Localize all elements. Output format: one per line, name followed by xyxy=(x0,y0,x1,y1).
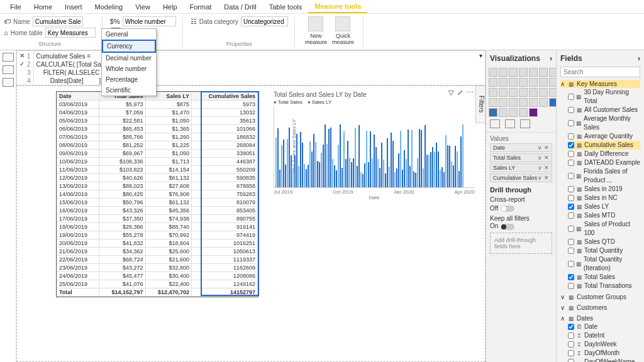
viz-type-icon[interactable] xyxy=(529,68,538,77)
tab-file[interactable]: File xyxy=(4,1,28,13)
field-item[interactable]: ΣDayOfMonth xyxy=(568,349,640,358)
field-group-header[interactable]: ∧▦Dates xyxy=(560,314,640,322)
field-item[interactable]: DayOfWeekName xyxy=(568,358,640,362)
well-item[interactable]: Sales LY∨ ✕ xyxy=(490,163,552,172)
field-checkbox[interactable] xyxy=(568,107,574,113)
tab-help[interactable]: Help xyxy=(157,1,184,13)
viz-type-icon[interactable] xyxy=(529,98,538,107)
table-row[interactable]: 11/06/2019$103,822$14,154550209 xyxy=(57,166,258,174)
cross-report-toggle[interactable] xyxy=(501,206,514,212)
viz-type-icon[interactable] xyxy=(489,78,497,87)
field-checkbox[interactable] xyxy=(568,350,574,356)
collapse-viz-icon[interactable]: › xyxy=(550,54,552,63)
field-checkbox[interactable] xyxy=(568,359,574,362)
field-checkbox[interactable] xyxy=(568,274,574,280)
report-view-icon[interactable] xyxy=(3,53,14,62)
table-row[interactable]: 03/06/2019$5,973$8755973 xyxy=(57,101,258,109)
remove-field-icon[interactable]: ∨ ✕ xyxy=(538,145,549,151)
analytics-tab-button[interactable] xyxy=(520,119,530,128)
commit-icon[interactable]: ✓ xyxy=(19,60,25,67)
well-item[interactable]: Cumulative Sales∨ ✕ xyxy=(490,173,552,182)
viz-type-icon[interactable] xyxy=(509,88,518,97)
field-group-header[interactable]: ∨▦Customer Groups xyxy=(560,293,640,301)
viz-type-icon[interactable] xyxy=(489,88,497,97)
formula-bar[interactable]: ✕✓ 1234 Cumulative Sales = CALCULATE( [T… xyxy=(16,50,486,85)
fields-tab-button[interactable] xyxy=(490,119,500,128)
tab-data-drill[interactable]: Data / Drill xyxy=(218,1,262,13)
table-row[interactable]: 20/06/2019$41,832$18,6041016251 xyxy=(57,239,258,248)
field-checkbox[interactable] xyxy=(568,160,574,166)
field-checkbox[interactable] xyxy=(568,173,574,179)
well-item[interactable]: Total Sales∨ ✕ xyxy=(490,153,552,162)
format-option-scientific[interactable]: Scientific xyxy=(102,85,156,96)
field-checkbox[interactable] xyxy=(568,94,574,100)
remove-field-icon[interactable]: ∨ ✕ xyxy=(538,175,549,181)
chart-visual[interactable]: Total Sales and Sales LY by Date Total S… xyxy=(274,91,475,204)
format-option-whole[interactable]: Whole number xyxy=(102,63,156,74)
viz-type-icon[interactable] xyxy=(509,108,518,117)
tab-modeling[interactable]: Modeling xyxy=(89,1,130,13)
data-view-icon[interactable] xyxy=(3,65,14,74)
tab-view[interactable]: View xyxy=(129,1,157,13)
home-table-input[interactable] xyxy=(45,28,96,38)
viz-type-icon[interactable] xyxy=(509,68,518,77)
field-checkbox[interactable] xyxy=(568,324,574,330)
viz-type-icon[interactable] xyxy=(529,108,538,117)
field-item[interactable]: 🗓Date xyxy=(568,322,640,331)
field-checkbox[interactable] xyxy=(568,248,574,254)
viz-type-icon[interactable] xyxy=(499,108,508,117)
format-option-currency[interactable]: Currency xyxy=(102,40,156,53)
field-item[interactable]: ▦Average Monthly Sales xyxy=(568,114,640,132)
fields-search-input[interactable] xyxy=(560,67,640,77)
viz-type-icon[interactable] xyxy=(489,68,497,77)
field-item[interactable]: ▦Sales LY xyxy=(568,202,640,211)
table-row[interactable]: 15/06/2019$50,796$61,132810079 xyxy=(57,199,258,207)
field-checkbox[interactable] xyxy=(568,195,574,201)
field-item[interactable]: ▦Sales of Product 100 xyxy=(568,220,640,238)
field-checkbox[interactable] xyxy=(568,261,574,267)
field-item[interactable]: ▦Florida Sales of Product ... xyxy=(568,167,640,185)
viz-type-icon[interactable] xyxy=(519,78,528,87)
new-measure-button[interactable]: New measure xyxy=(303,16,330,45)
viz-type-icon[interactable] xyxy=(499,88,508,97)
viz-type-icon[interactable] xyxy=(539,78,548,87)
tab-table-tools[interactable]: Table tools xyxy=(263,1,309,13)
table-visual[interactable]: DateTotal SalesSales LYCumulative Sales … xyxy=(56,91,258,297)
table-row[interactable]: 23/06/2019$43,272$32,8001162609 xyxy=(57,264,258,272)
field-checkbox[interactable] xyxy=(568,226,574,232)
field-group-header[interactable]: ∧▦Key Measures xyxy=(560,80,640,88)
format-option-percentage[interactable]: Percentage xyxy=(102,74,156,85)
viz-type-icon[interactable] xyxy=(529,88,538,97)
field-item[interactable]: ▦Sales MTD xyxy=(568,211,640,220)
table-row[interactable]: 05/06/2019$22,581$1,05035613 xyxy=(57,117,258,125)
table-row[interactable]: 19/06/2019$55,278$70,992974419 xyxy=(57,231,258,239)
table-row[interactable]: 04/06/2019$7,059$1,47013032 xyxy=(57,109,258,117)
field-item[interactable]: ▦Total Quantity (Iteration) xyxy=(568,255,640,273)
field-item[interactable]: ▦DATEADD Example xyxy=(568,158,640,167)
viz-type-icon[interactable] xyxy=(539,68,548,77)
field-checkbox[interactable] xyxy=(568,142,574,148)
table-row[interactable]: 24/06/2019$45,477$30,4001208086 xyxy=(57,272,258,280)
table-row[interactable]: 17/06/2019$37,350$74,938890755 xyxy=(57,215,258,223)
model-view-icon[interactable] xyxy=(3,78,14,87)
tab-measure-tools[interactable]: Measure tools xyxy=(308,1,367,13)
well-item[interactable]: Date∨ ✕ xyxy=(490,143,552,152)
quick-measure-button[interactable]: Quick measure xyxy=(330,16,357,45)
viz-type-icon[interactable] xyxy=(489,108,497,117)
field-item[interactable]: ▦Total Sales xyxy=(568,273,640,282)
collapse-fields-icon[interactable]: › xyxy=(638,54,640,63)
tab-format[interactable]: Format xyxy=(184,1,218,13)
table-row[interactable]: 18/06/2019$28,386$88,740919141 xyxy=(57,223,258,231)
field-checkbox[interactable] xyxy=(568,120,574,126)
viz-type-icon[interactable] xyxy=(499,78,508,87)
format-option-decimal[interactable]: Decimal number xyxy=(102,53,156,63)
viz-type-icon[interactable] xyxy=(499,68,508,77)
table-row[interactable]: 22/06/2019$68,724$21,6001119337 xyxy=(57,256,258,264)
field-item[interactable]: ΣDateInt xyxy=(568,331,640,340)
tab-home[interactable]: Home xyxy=(28,1,58,13)
remove-field-icon[interactable]: ∨ ✕ xyxy=(538,155,549,161)
field-checkbox[interactable] xyxy=(568,186,574,192)
format-option-general[interactable]: General xyxy=(102,29,156,40)
viz-type-icon[interactable] xyxy=(509,78,518,87)
format-tab-button[interactable] xyxy=(505,119,515,128)
